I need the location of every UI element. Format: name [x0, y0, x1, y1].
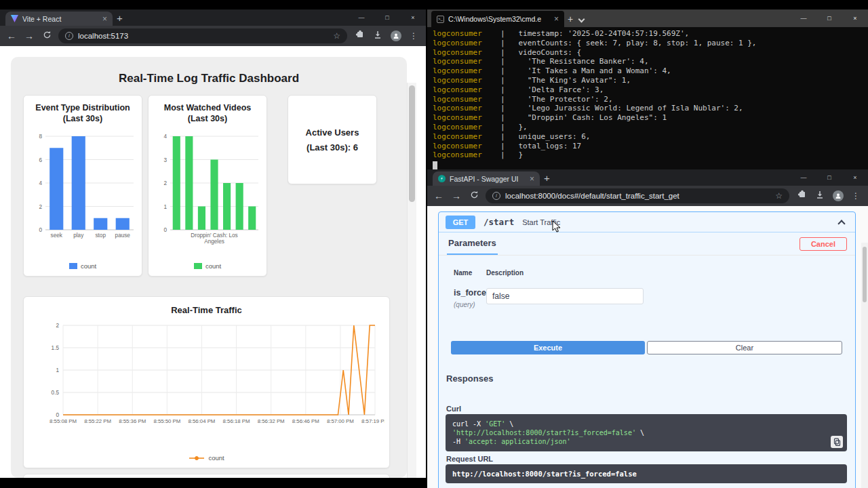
dashboard-page: Real-Time Log Traffic Dashboard Event Ty…: [0, 46, 416, 478]
download-icon[interactable]: [373, 30, 382, 42]
scrollbar-thumb[interactable]: [409, 85, 415, 202]
menu-kebab-icon[interactable]: ⋮: [852, 191, 860, 201]
operation-header[interactable]: GET /start Start Traffic: [439, 212, 855, 232]
card-partial-next: [23, 474, 390, 478]
forward-icon[interactable]: →: [23, 30, 35, 41]
tab-close-icon[interactable]: ×: [102, 15, 107, 23]
minimize-button[interactable]: —: [791, 9, 816, 27]
svg-text:8:55:08 PM: 8:55:08 PM: [50, 418, 77, 424]
fastapi-favicon: [438, 175, 446, 182]
terminal-log-line: logconsumer| }: [433, 150, 868, 160]
chart-title: Most Watched Videos (Last 30s): [149, 102, 267, 125]
tab-close-icon[interactable]: ×: [554, 15, 559, 23]
parameter-name-cell: is_forced (query): [454, 288, 486, 308]
chart-legend: count: [24, 454, 389, 462]
method-badge: GET: [446, 216, 475, 229]
bookmark-star-icon[interactable]: ☆: [775, 191, 783, 201]
terminal-cursor: [433, 161, 437, 169]
svg-text:1: 1: [56, 367, 59, 373]
chart-legend: count: [149, 262, 267, 270]
event-type-bar-chart: 02468seekplaystoppause: [28, 129, 139, 260]
new-tab-dropdown-icon[interactable]: [578, 16, 585, 23]
maximize-button[interactable]: □: [816, 169, 842, 186]
svg-text:2: 2: [39, 204, 42, 210]
window-controls: — □ ×: [791, 9, 868, 27]
address-bar[interactable]: i localhost:8000/docs#/default/start_tra…: [486, 188, 789, 203]
copy-to-clipboard-button[interactable]: [831, 436, 843, 448]
reload-icon[interactable]: [41, 30, 53, 41]
parameter-location: (query): [454, 301, 486, 308]
maximize-button[interactable]: □: [816, 9, 842, 27]
site-info-icon[interactable]: i: [492, 192, 500, 200]
new-tab-button[interactable]: +: [117, 12, 123, 24]
terminal-log-line: logconsumer| eventCounts: { seek: 7, pla…: [433, 39, 868, 48]
back-icon[interactable]: ←: [433, 190, 445, 201]
tab-title: Vite + React: [22, 15, 98, 23]
curl-command: curl -X 'GET' \ 'http://localhost:8000/s…: [452, 420, 840, 446]
menu-kebab-icon[interactable]: ⋮: [410, 31, 418, 41]
svg-text:8:56:04 PM: 8:56:04 PM: [188, 418, 215, 424]
cancel-button[interactable]: Cancel: [800, 237, 847, 251]
extensions-icon[interactable]: [797, 190, 807, 202]
back-icon[interactable]: ←: [5, 30, 18, 41]
vite-favicon: [11, 15, 18, 22]
browser-toolbar: ← → i localhost:5173 ☆ ⋮: [0, 26, 426, 46]
download-icon[interactable]: [815, 190, 825, 202]
toolbar-icons: ⋮: [795, 190, 863, 202]
maximize-button[interactable]: □: [374, 9, 400, 26]
tab-close-icon[interactable]: ×: [530, 175, 534, 183]
svg-text:1: 1: [163, 204, 167, 210]
chart-title: Real-Time Traffic: [24, 305, 389, 317]
collapse-operation-button[interactable]: [835, 218, 848, 226]
page-title: Real-Time Log Traffic Dashboard: [11, 72, 407, 85]
address-bar[interactable]: i localhost:5173 ☆: [58, 28, 347, 43]
svg-text:8:55:50 PM: 8:55:50 PM: [153, 418, 180, 424]
close-button[interactable]: ×: [400, 9, 426, 26]
browser-tab-vite[interactable]: Vite + React ×: [5, 12, 113, 26]
scrollbar-thumb[interactable]: [863, 247, 867, 302]
card-active-users: Active Users (Last 30s): 6: [288, 95, 377, 184]
mouse-cursor: [552, 220, 563, 234]
active-users-title: Active Users: [306, 127, 359, 138]
bookmark-star-icon[interactable]: ☆: [333, 31, 340, 41]
is-forced-input[interactable]: [486, 288, 644, 304]
terminal-log-line: logconsumer| 'Lego Jurassic World: Legen…: [433, 104, 868, 113]
execute-button[interactable]: Execute: [451, 341, 645, 354]
terminal-tab[interactable]: >_ C:\Windows\System32\cmd.e ×: [431, 11, 564, 27]
column-description: Description: [486, 269, 524, 277]
swagger-operation-block: GET /start Start Traffic Parameters Canc…: [438, 211, 856, 488]
close-button[interactable]: ×: [842, 169, 868, 186]
curl-code-block: curl -X 'GET' \ 'http://localhost:8000/s…: [446, 414, 847, 451]
dashboard-panel: Real-Time Log Traffic Dashboard Event Ty…: [11, 57, 407, 478]
browser-window-swagger: FastAPI - Swagger UI × + — □ × ← → i loc…: [427, 169, 868, 488]
profile-avatar[interactable]: [391, 30, 401, 41]
parameters-bar: Parameters Cancel: [439, 232, 855, 256]
chevron-up-icon: [837, 220, 845, 227]
desktop: Vite + React × + — □ × ← → i localhost:5…: [0, 0, 868, 488]
close-button[interactable]: ×: [842, 9, 868, 27]
minimize-button[interactable]: —: [791, 169, 816, 186]
svg-text:0.5: 0.5: [52, 390, 60, 396]
new-tab-button[interactable]: +: [544, 172, 550, 184]
tab-title: C:\Windows\System32\cmd.e: [448, 15, 550, 23]
profile-avatar[interactable]: [833, 190, 844, 201]
parameter-name: is_forced: [454, 288, 486, 298]
extensions-icon[interactable]: [355, 30, 365, 42]
svg-text:pause: pause: [115, 232, 131, 239]
svg-text:8:57:19 PM: 8:57:19 PM: [361, 418, 384, 424]
new-tab-button[interactable]: +: [568, 14, 573, 24]
request-url-text: http://localhost:8000/start?is_forced=fa…: [452, 470, 637, 479]
browser-tab-swagger[interactable]: FastAPI - Swagger UI ×: [433, 171, 540, 186]
url-text: localhost:5173: [78, 32, 328, 40]
site-info-icon[interactable]: i: [65, 32, 73, 40]
browser-window-dashboard: Vite + React × + — □ × ← → i localhost:5…: [0, 9, 426, 478]
clear-button[interactable]: Clear: [647, 341, 842, 354]
forward-icon[interactable]: →: [450, 190, 462, 201]
operation-path: /start: [484, 217, 514, 227]
minimize-button[interactable]: —: [349, 9, 374, 26]
svg-text:8:56:18 PM: 8:56:18 PM: [223, 418, 250, 424]
terminal-log-line: logconsumer| videoCounts: {: [433, 48, 868, 58]
terminal-log-line: logconsumer| "Droppin' Cash: Los Angeles…: [433, 113, 868, 123]
terminal-log-line: logconsumer| unique_users: 6,: [433, 132, 868, 142]
reload-icon[interactable]: [468, 190, 480, 201]
